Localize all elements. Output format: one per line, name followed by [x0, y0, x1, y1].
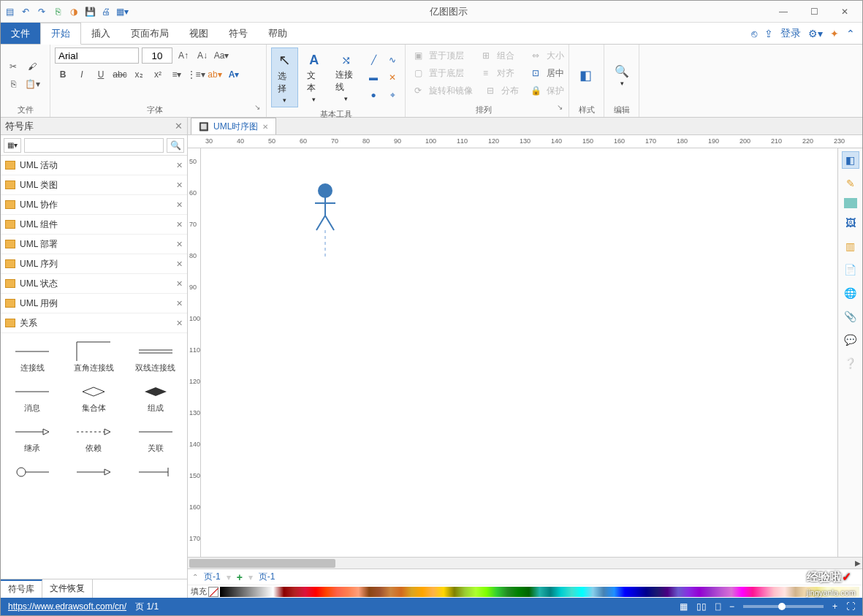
qa-theme[interactable]: ◑ — [68, 6, 80, 18]
rotate-icon[interactable]: ⟳ — [410, 83, 426, 99]
group-icon[interactable]: ⊞ — [478, 47, 494, 64]
shape-extra-0[interactable] — [2, 458, 62, 486]
sidebar-tab-library[interactable]: 符号库 — [1, 579, 42, 598]
qa-export[interactable]: ⎘ — [52, 6, 64, 18]
shape-0[interactable]: 连接线 — [2, 338, 62, 376]
outline-pane-icon[interactable]: 📄 — [842, 261, 859, 278]
line-spacing-button[interactable]: ≡▾ — [169, 66, 185, 83]
style-button[interactable]: ◧ — [574, 64, 598, 86]
center-icon[interactable]: ⊡ — [528, 65, 544, 81]
lib-search-input[interactable] — [24, 138, 164, 153]
no-fill-swatch[interactable] — [208, 587, 218, 597]
sidebar-tab-recovery[interactable]: 文件恢复 — [42, 579, 93, 598]
font-size-select[interactable] — [142, 47, 172, 64]
zoom-out-icon[interactable]: − — [729, 601, 734, 612]
sidebar-close[interactable]: ✕ — [175, 121, 183, 132]
crop-icon[interactable]: ✕ — [384, 69, 400, 85]
italic-button[interactable]: I — [74, 66, 90, 83]
view-mode-icon-1[interactable]: ▦ — [680, 601, 688, 612]
format-painter-icon[interactable]: 🖌 — [24, 58, 40, 75]
lib-item-1[interactable]: UML 类图✕ — [1, 175, 187, 195]
lib-close-icon[interactable]: ✕ — [176, 180, 183, 190]
zoom-slider[interactable] — [743, 605, 824, 608]
add-page-button[interactable]: + — [237, 571, 243, 583]
tab-symbol[interactable]: 符号 — [218, 23, 258, 44]
attachment-pane-icon[interactable]: 📎 — [842, 308, 859, 325]
bring-front-icon[interactable]: ▣ — [410, 47, 426, 64]
maximize-button[interactable]: ☐ — [799, 1, 829, 22]
increase-font-icon[interactable]: A↑ — [175, 47, 191, 64]
share-icon[interactable]: ⇪ — [764, 28, 773, 39]
horizontal-scrollbar[interactable]: ▶ — [188, 557, 862, 569]
arrange-launcher[interactable]: ↘ — [557, 103, 564, 115]
text-tool[interactable]: A 文本 ▾ — [301, 50, 327, 106]
minimize-button[interactable]: — — [769, 1, 798, 22]
doc-tab[interactable]: 🔲 UML时序图 ✕ — [191, 118, 276, 134]
change-case-icon[interactable]: Aa▾ — [213, 47, 229, 64]
lib-close-icon[interactable]: ✕ — [176, 220, 183, 229]
zoom-in-icon[interactable]: + — [832, 601, 837, 612]
size-icon[interactable]: ⇔ — [528, 47, 544, 64]
lib-item-8[interactable]: 关系✕ — [1, 313, 187, 333]
lib-close-icon[interactable]: ✕ — [176, 279, 183, 289]
lib-item-4[interactable]: UML 部署✕ — [1, 235, 187, 254]
highlight-button[interactable]: ab▾ — [207, 66, 223, 83]
shape-3[interactable]: 消息 — [2, 378, 62, 417]
shape-6[interactable]: 继承 — [2, 418, 62, 457]
color-palette[interactable] — [220, 587, 859, 597]
lib-close-icon[interactable]: ✕ — [176, 299, 183, 308]
view-mode-icon-3[interactable]: ⎕ — [715, 601, 721, 612]
layer-pane-icon[interactable]: ▥ — [842, 237, 859, 255]
tab-page-layout[interactable]: 页面布局 — [121, 23, 179, 44]
qa-print[interactable]: 🖨 — [100, 6, 112, 18]
tab-home[interactable]: 开始 — [40, 23, 81, 45]
shape-7[interactable]: 依赖 — [64, 418, 123, 457]
shape-extra-2[interactable] — [126, 458, 186, 486]
strike-button[interactable]: abc — [112, 66, 128, 83]
paste-icon[interactable]: 📋▾ — [24, 76, 40, 92]
shape-extra-1[interactable] — [64, 458, 123, 486]
copy-icon[interactable]: ⎘ — [5, 76, 21, 92]
collapse-ribbon-icon[interactable]: ⌃ — [846, 28, 855, 39]
comment-pane-icon[interactable]: 💬 — [842, 331, 859, 349]
lib-close-icon[interactable]: ✕ — [176, 200, 183, 210]
view-mode-icon-2[interactable]: ▯▯ — [696, 601, 707, 612]
page-tab-1b[interactable]: 页-1 — [259, 571, 275, 583]
tab-insert[interactable]: 插入 — [81, 23, 121, 44]
close-button[interactable]: ✕ — [830, 1, 859, 22]
tab-view[interactable]: 视图 — [179, 23, 218, 44]
upgrade-icon[interactable]: ✦ — [830, 28, 839, 39]
cut-icon[interactable]: ✂ — [5, 58, 21, 75]
gear-icon[interactable]: ⚙▾ — [808, 28, 823, 39]
font-launcher[interactable]: ↘ — [254, 103, 262, 115]
shape-8[interactable]: 关联 — [126, 418, 186, 457]
rect-shape-icon[interactable]: ▬ — [365, 69, 381, 85]
font-color-button[interactable]: A▾ — [226, 66, 242, 83]
superscript-button[interactable]: x² — [150, 66, 166, 83]
tab-help[interactable]: 帮助 — [258, 23, 297, 44]
export-icon[interactable]: ⎋ — [751, 28, 757, 39]
qa-redo[interactable]: ↷ — [36, 6, 47, 18]
qa-options[interactable]: ▦▾ — [116, 6, 128, 18]
decrease-font-icon[interactable]: A↓ — [194, 47, 210, 64]
fit-icon[interactable]: ⛶ — [846, 601, 855, 612]
qa-new[interactable]: ▤ — [4, 6, 15, 18]
fill-pane-icon[interactable]: ✎ — [842, 175, 859, 192]
canvas[interactable]: 课程课程课程ref[parameters]请求成绩查询课程列表获取成绩查询课程列… — [201, 148, 837, 557]
tab-file[interactable]: 文件 — [1, 23, 40, 44]
page-tab-1a[interactable]: 页-1 — [204, 571, 221, 583]
image-pane-icon[interactable]: 🖼 — [842, 214, 859, 232]
lib-item-3[interactable]: UML 组件✕ — [1, 215, 187, 235]
shape-5[interactable]: 组成 — [126, 378, 186, 417]
doc-tab-close[interactable]: ✕ — [262, 123, 268, 131]
lib-close-icon[interactable]: ✕ — [176, 259, 183, 269]
send-back-icon[interactable]: ▢ — [410, 65, 426, 81]
hyperlink-pane-icon[interactable]: 🌐 — [842, 284, 859, 302]
protect-icon[interactable]: 🔒 — [528, 83, 544, 99]
subscript-button[interactable]: x₂ — [131, 66, 147, 83]
lib-item-5[interactable]: UML 序列✕ — [1, 254, 187, 274]
help-icon[interactable]: ❔ — [842, 354, 859, 372]
search-icon[interactable]: 🔍 — [167, 138, 184, 153]
lib-filter-dropdown[interactable]: ▦▾ — [4, 138, 21, 153]
underline-button[interactable]: U — [93, 66, 109, 83]
